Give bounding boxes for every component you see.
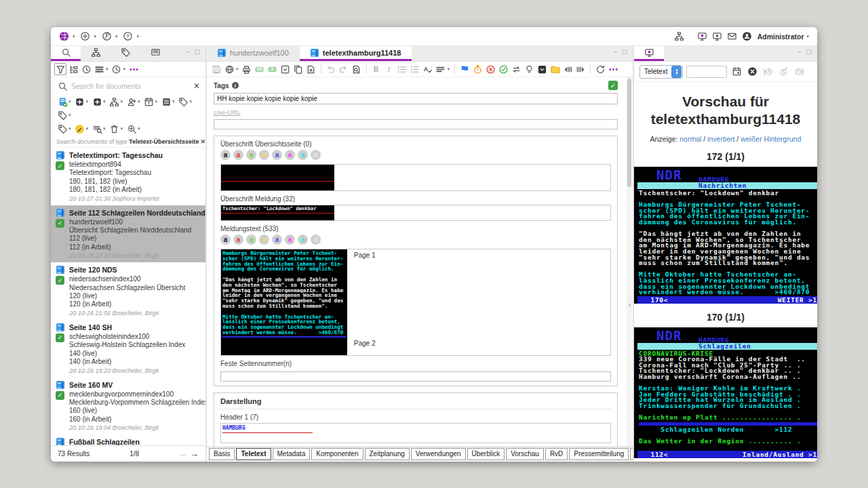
help-icon[interactable]: ? [122, 30, 134, 43]
editor-floppy-icon[interactable] [210, 63, 222, 75]
filter-tag-icon[interactable] [56, 123, 68, 135]
editor-pill-on-icon[interactable]: ON [254, 63, 266, 75]
view-tab-Basis[interactable]: Basis [209, 448, 235, 460]
teletext-edit-area[interactable] [221, 165, 334, 190]
filter-pencil-caret-icon[interactable]: ▾ [86, 126, 89, 131]
tab-preview[interactable] [634, 46, 664, 61]
filter-chip[interactable]: Teletext-Übersichtsseite [129, 138, 199, 145]
filter-trash-icon[interactable] [108, 123, 121, 135]
divider-right[interactable]: ‹ [633, 46, 634, 462]
filter-sitemap-icon[interactable] [108, 96, 121, 108]
help-caret-icon[interactable]: ▾ [137, 34, 140, 39]
editor-folder-icon[interactable] [549, 63, 561, 75]
clear-date-icon[interactable] [746, 66, 758, 78]
preview-date-input[interactable] [686, 66, 727, 78]
view-tab-Zeitplanung[interactable]: Zeitplanung [365, 448, 410, 460]
filter-list-search-caret-icon[interactable]: ▾ [103, 126, 106, 131]
filter-tag-icon[interactable] [56, 109, 68, 121]
editor-ok-icon[interactable] [497, 63, 509, 75]
view-tab-Verwendungen[interactable]: Verwendungen [411, 448, 466, 460]
logo-caret-icon[interactable]: ▾ [73, 34, 75, 39]
time-end-icon[interactable] [793, 66, 805, 78]
filter-search-plus-icon[interactable] [125, 123, 138, 135]
editor-box-down-icon[interactable] [279, 63, 292, 75]
text-color-button[interactable]: a [233, 150, 243, 160]
list-item[interactable]: ✓Seite 120 NDSniedersachsenindex100Niede… [51, 262, 205, 320]
scrollbar-thumb[interactable] [627, 79, 631, 187]
live-url-label[interactable]: Live-URL [214, 108, 241, 116]
editor-copy-icon[interactable] [292, 63, 304, 75]
collapse-preview-handle[interactable]: ‹ [629, 301, 631, 308]
editor-next-bars-icon[interactable] [574, 63, 587, 75]
text-color-button[interactable]: a [272, 150, 282, 160]
filter-plusbox-icon[interactable] [91, 96, 103, 108]
filter-plusbox-caret-icon[interactable]: ▾ [86, 99, 89, 104]
filter-plusbox-caret-icon[interactable]: ▾ [103, 99, 106, 104]
feste-seitennummer-input[interactable] [220, 371, 611, 382]
left-toolbar-menu-icon[interactable] [93, 63, 105, 75]
text-color-button[interactable]: a [298, 235, 308, 245]
left-toolbar-history-icon[interactable] [80, 63, 92, 75]
center-window-controls[interactable]: –▢ [613, 48, 627, 55]
text-color-button[interactable]: a [298, 150, 308, 160]
text-color-button[interactable]: a [220, 150, 231, 160]
new-document-icon[interactable] [79, 30, 92, 43]
filter-cal7-caret-icon[interactable]: ▾ [155, 99, 158, 104]
sophora-logo-icon[interactable] [58, 30, 70, 43]
editor-flag-icon[interactable] [458, 63, 471, 75]
filter-plusbox-icon[interactable] [74, 96, 86, 108]
preview-type-select[interactable]: Teletext ▲▼ [639, 65, 683, 79]
filter-person-plus-icon[interactable] [125, 96, 138, 108]
filter-listbox-icon[interactable] [160, 96, 172, 108]
text-color-button[interactable]: a [311, 150, 321, 160]
new-caret-icon[interactable]: ▾ [94, 34, 97, 39]
ueberschrift-uebersicht-field[interactable] [220, 164, 611, 191]
teletext-edit-area[interactable]: Hamburgs Bürgermeister Peter Tschent-sch… [221, 249, 347, 355]
left-toolbar-tree-icon[interactable] [67, 63, 79, 75]
filter-pencil-icon[interactable] [74, 123, 86, 135]
editor-italic-icon[interactable]: I [383, 63, 395, 75]
editor-more-icon[interactable] [607, 63, 619, 75]
editor-lines-icon[interactable] [435, 63, 447, 75]
view-tab-Metadata[interactable]: Metadata [273, 448, 311, 460]
view-tab-RvD[interactable]: RvD [545, 448, 568, 460]
next-page-icon[interactable]: → [190, 449, 199, 459]
monitor-dot-icon[interactable] [696, 30, 709, 43]
editor-dark-down-icon[interactable] [536, 63, 548, 75]
live-url-input[interactable] [214, 119, 618, 129]
view-tab-Überblick[interactable]: Überblick [467, 448, 505, 460]
editor-redo-icon[interactable] [338, 63, 350, 75]
editor-font-check-icon[interactable]: A [422, 63, 434, 75]
editor-loop-icon[interactable] [510, 63, 522, 75]
filter-tag-caret-icon[interactable]: ▾ [68, 126, 71, 131]
filter-doc-check-icon[interactable] [56, 96, 68, 108]
sitemap-icon[interactable] [673, 30, 686, 43]
list-item[interactable]: ✓Seite 160 MVmecklenburgvorpommernindex1… [51, 378, 205, 435]
view-tab-Vorschau[interactable]: Vorschau [506, 448, 544, 460]
search-input[interactable] [71, 82, 191, 90]
filter-sitemap-caret-icon[interactable]: ▾ [121, 99, 123, 104]
filter-doc-check-caret-icon[interactable]: ▾ [68, 99, 71, 104]
text-color-button[interactable]: a [233, 235, 243, 245]
left-toolbar-more-icon[interactable] [127, 63, 140, 75]
text-color-button[interactable]: a [259, 150, 269, 160]
clockc-caret-icon[interactable]: ▾ [123, 66, 126, 72]
editor-page-search-icon[interactable] [351, 63, 363, 75]
header1-field[interactable]: HAMBURG [220, 423, 611, 443]
left-toolbar-funnel-icon[interactable] [54, 63, 66, 75]
left-window-controls[interactable]: –▢ [186, 48, 200, 55]
clear-search-icon[interactable]: ✕ [193, 81, 200, 91]
lines-caret-icon[interactable]: ▾ [448, 66, 450, 72]
filter-trash-caret-icon[interactable]: ▾ [121, 126, 123, 131]
filter-search-plus-caret-icon[interactable]: ▾ [138, 126, 140, 131]
anzeige-link-1[interactable]: normal [679, 135, 701, 143]
text-color-button[interactable]: a [311, 235, 321, 245]
editor-page-plus-icon[interactable] [305, 63, 317, 75]
tab-structure[interactable] [81, 46, 111, 61]
avatar[interactable] [741, 30, 753, 43]
anzeige-link-2[interactable]: invertiert [707, 135, 734, 143]
text-color-button[interactable]: a [246, 235, 256, 245]
tools-caret-icon[interactable]: ▾ [115, 34, 118, 39]
editor-refresh-icon[interactable] [594, 63, 606, 75]
filter-listbox-caret-icon[interactable]: ▾ [172, 99, 175, 104]
